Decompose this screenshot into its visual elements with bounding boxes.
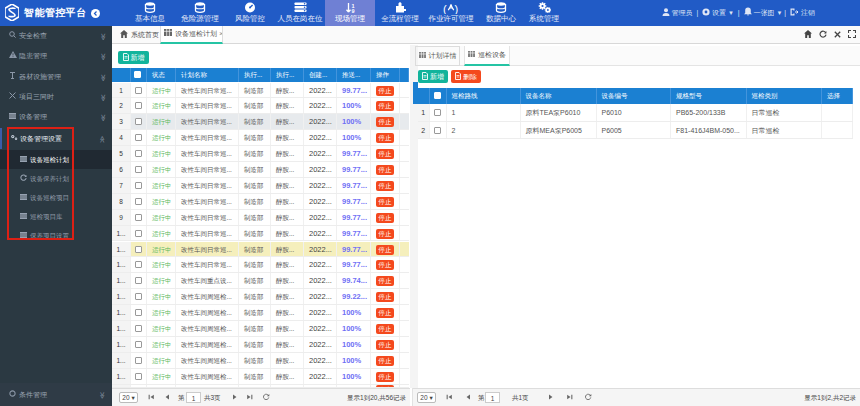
svg-text:): ) xyxy=(455,3,459,15)
svg-text:(: ( xyxy=(443,3,447,15)
